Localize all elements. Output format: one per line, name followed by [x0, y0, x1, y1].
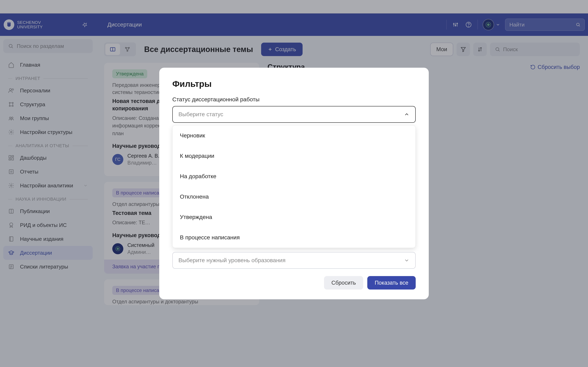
status-option[interactable]: К модерации	[173, 146, 415, 166]
apply-button[interactable]: Показать все	[367, 276, 416, 290]
chevron-down-icon	[404, 258, 410, 263]
education-select[interactable]: Выберите нужный уровень образования	[172, 252, 416, 269]
status-dropdown: Черновик К модерации На доработке Отклон…	[172, 125, 416, 248]
education-placeholder: Выберите нужный уровень образования	[178, 257, 285, 264]
modal-title: Фильтры	[172, 79, 416, 89]
status-placeholder: Выберите статус	[178, 111, 223, 118]
status-field-label: Статус диссертационной работы	[172, 96, 416, 103]
status-select[interactable]: Выберите статус	[172, 106, 416, 123]
status-option[interactable]: Утверждена	[173, 207, 415, 227]
status-option[interactable]: В процессе написания	[173, 227, 415, 248]
modal-footer: Сбросить Показать все	[172, 276, 416, 290]
chevron-up-icon	[404, 111, 410, 117]
modal-overlay[interactable]: Фильтры Статус диссертационной работы Вы…	[0, 0, 588, 367]
reset-button[interactable]: Сбросить	[324, 276, 363, 290]
status-option[interactable]: На доработке	[173, 166, 415, 187]
status-option[interactable]: Черновик	[173, 125, 415, 146]
filters-modal: Фильтры Статус диссертационной работы Вы…	[159, 68, 429, 299]
status-option[interactable]: Отклонена	[173, 187, 415, 207]
